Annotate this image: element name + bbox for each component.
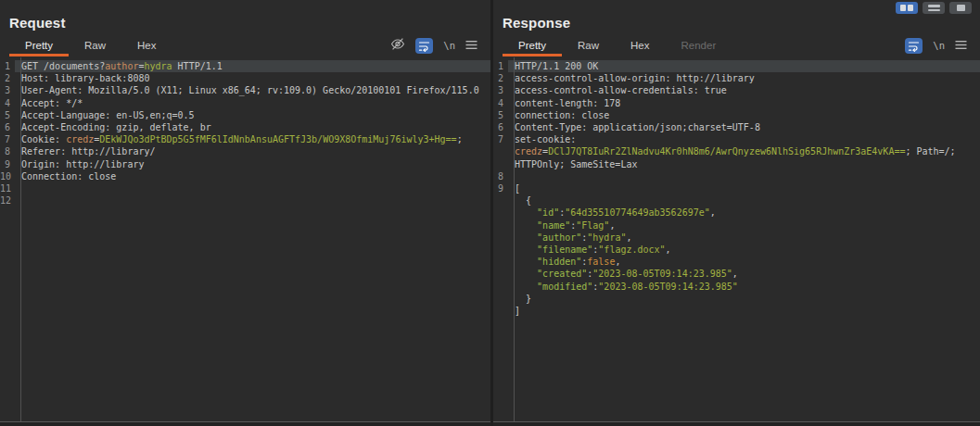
code-line[interactable]: 4Accept: */* [0,97,490,109]
code-segment: Origin: http://library [21,159,144,169]
code-line[interactable]: 12 [0,194,490,207]
code-line[interactable]: 8Referer: http://library/ [0,145,490,157]
line-content[interactable]: access-control-allow-credentials: true [508,84,980,96]
response-editor[interactable]: 1HTTP/1.1 200 OK2access-control-allow-or… [493,57,980,422]
line-content[interactable]: Content-Type: application/json;charset=U… [508,121,980,133]
line-number: 1 [0,60,15,72]
code-segment: credz [515,146,542,157]
tab-hex[interactable]: Hex [615,34,665,56]
code-segment: "64d35510774649ab3562697e" [565,207,710,218]
code-line[interactable]: 7Cookie: credz=DEkWJQo3dPtBDp5G5fMF6lIdN… [0,133,490,145]
request-tab-row: PrettyRawHex [9,34,490,56]
code-line[interactable]: 3access-control-allow-credentials: true [493,84,980,96]
rows-glyph [928,5,940,11]
line-content[interactable]: Accept-Encoding: gzip, deflate, br [15,121,490,133]
line-number: 7 [493,133,508,170]
show-newlines-icon[interactable]: \n [933,40,945,51]
line-content[interactable]: Cookie: credz=DEkWJQo3dPtBDp5G5fMF6lIdNn… [15,133,490,145]
line-content[interactable]: content-length: 178 [508,97,980,109]
line-content[interactable]: Host: library-back:8080 [15,72,490,84]
line-content[interactable] [508,170,980,182]
line-content[interactable]: connection: close [508,109,980,121]
line-number: 11 [0,182,15,194]
code-segment: HTTP/1.1 [172,61,223,71]
request-toolbar: \n [390,34,490,56]
layout-split-rows-button[interactable] [923,2,945,14]
code-segment: author [105,61,138,71]
code-line[interactable]: 2Host: library-back:8080 [0,72,490,84]
response-title: Response [503,15,980,31]
line-number: 1 [493,60,508,72]
line-number: 10 [0,170,15,182]
code-segment: "hidden" [537,257,581,267]
line-content[interactable]: Connection: close [15,170,490,182]
line-content[interactable] [15,182,490,194]
line-content[interactable] [15,194,490,207]
layout-single-pane-button[interactable] [949,2,972,14]
tab-raw[interactable]: Raw [562,34,615,56]
code-segment: hydra [144,61,172,71]
code-line[interactable]: 9Origin: http://library [0,158,490,170]
request-editor[interactable]: 1GET /documents?author=hydra HTTP/1.12Ho… [0,57,490,422]
code-line[interactable]: 5connection: close [493,109,980,121]
line-content[interactable]: Accept-Language: en-US,en;q=0.5 [15,109,490,121]
request-tabs: PrettyRawHex [9,34,172,56]
line-content[interactable]: Origin: http://library [15,158,490,170]
tab-hex[interactable]: Hex [121,34,172,56]
code-line[interactable]: 1HTTP/1.1 200 OK [493,60,980,72]
tab-raw[interactable]: Raw [69,34,121,56]
code-segment: "modified" [537,282,592,292]
code-segment: HTTP/1.1 200 OK [515,61,598,71]
code-line[interactable]: 1GET /documents?author=hydra HTTP/1.1 [0,60,490,72]
code-segment: Accept-Language: en-US,en;q=0.5 [21,110,195,120]
code-segment: false [587,257,615,267]
line-number: 6 [493,121,508,133]
line-number: 8 [493,170,508,182]
code-line[interactable]: 7set-cookie: credz=DClJ7QT8IuRr2ZlNadvu4… [493,133,980,170]
line-content[interactable]: HTTP/1.1 200 OK [508,60,980,72]
line-number: 9 [493,182,508,317]
line-number: 3 [0,84,15,96]
layout-split-columns-button[interactable] [896,2,918,14]
gutter-separator [514,57,515,421]
view-layout-buttons [896,2,972,14]
code-line[interactable]: 6Accept-Encoding: gzip, deflate, br [0,121,490,133]
code-segment: "author" [537,232,581,243]
show-newlines-icon[interactable]: \n [443,40,455,51]
code-segment: "hydra" [587,232,626,243]
line-content[interactable]: set-cookie: credz=DClJ7QT8IuRr2ZlNadvu4K… [508,133,980,170]
http-message-viewer: Request PrettyRawHex [0,0,980,426]
code-line[interactable]: 8 [493,170,980,182]
code-segment: credz [66,134,94,144]
gutter-separator [20,57,21,421]
soft-wrap-toggle-button[interactable] [415,38,433,54]
code-line[interactable]: 5Accept-Language: en-US,en;q=0.5 [0,109,490,121]
code-line[interactable]: 4content-length: 178 [493,97,980,109]
code-line[interactable]: 10Connection: close [0,170,490,182]
editor-menu-icon[interactable] [465,37,477,54]
code-segment: Accept-Encoding: gzip, deflate, br [21,122,211,132]
line-content[interactable]: Referer: http://library/ [15,145,490,157]
line-content[interactable]: User-Agent: Mozilla/5.0 (X11; Linux x86_… [15,84,490,96]
tab-pretty[interactable]: Pretty [9,34,69,56]
code-segment: content-length: 178 [515,98,620,108]
editor-menu-icon[interactable] [955,37,967,54]
code-line[interactable]: 2access-control-allow-origin: http://lib… [493,72,980,84]
line-content[interactable]: Accept: */* [15,97,490,109]
code-segment: } ] [515,294,531,316]
code-line[interactable]: 11 [0,182,490,194]
line-content[interactable]: access-control-allow-origin: http://libr… [508,72,980,84]
soft-wrap-toggle-button[interactable] [905,38,923,54]
line-content[interactable]: GET /documents?author=hydra HTTP/1.1 [15,60,490,72]
line-content[interactable]: [ { "id":"64d35510774649ab3562697e", "na… [508,182,980,317]
request-title: Request [9,15,490,31]
code-segment: Content-Type: application/json;charset=U… [515,122,760,132]
columns-glyph [900,5,906,11]
tab-pretty[interactable]: Pretty [503,34,562,56]
hide-matches-eye-off-icon[interactable] [390,37,405,55]
code-line[interactable]: 3User-Agent: Mozilla/5.0 (X11; Linux x86… [0,84,490,96]
code-segment: Connection: close [21,171,116,182]
code-line[interactable]: 6Content-Type: application/json;charset=… [493,121,980,133]
code-segment: "flagz.docx" [598,244,665,255]
code-line[interactable]: 9[ { "id":"64d35510774649ab3562697e", "n… [493,182,980,317]
